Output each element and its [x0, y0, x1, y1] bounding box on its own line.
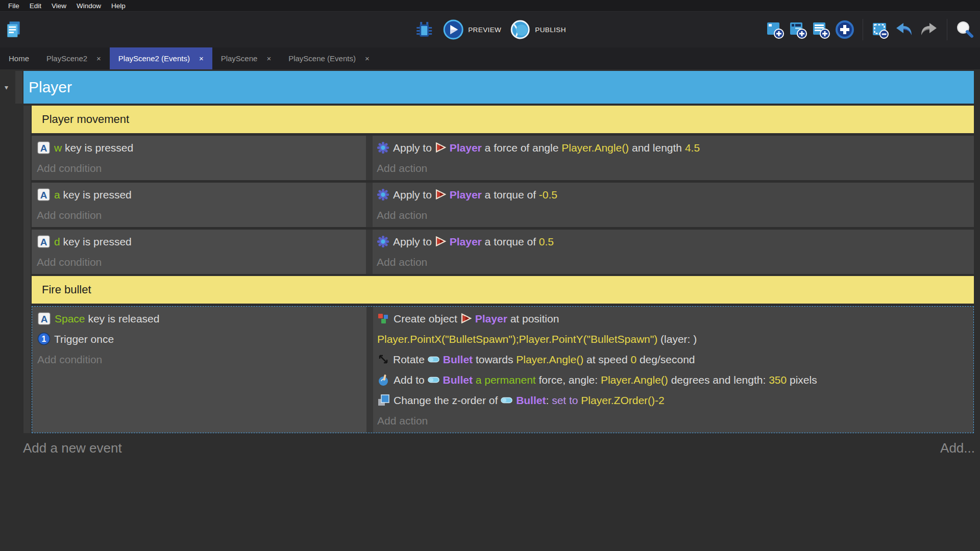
add-new-event-button[interactable]: Add a new event: [23, 440, 122, 456]
select-events-button[interactable]: [870, 20, 890, 39]
condition-line[interactable]: Ad key is pressed: [37, 232, 366, 252]
condition-line[interactable]: Aa key is pressed: [37, 185, 366, 205]
menu-window[interactable]: Window: [71, 1, 106, 11]
tab-close-icon[interactable]: ×: [96, 54, 101, 63]
add-condition-link[interactable]: Add condition: [37, 349, 366, 370]
toolbar: PREVIEWPUBLISH: [0, 11, 980, 47]
tab-close-icon[interactable]: ×: [365, 54, 370, 63]
add-condition-link[interactable]: Add condition: [37, 205, 366, 226]
text-segment: key is pressed: [60, 236, 132, 247]
text-segment: Add to: [394, 374, 428, 386]
tab-playscene-events[interactable]: PlayScene (Events)×: [280, 47, 378, 69]
physics-icon: [377, 141, 389, 154]
condition-line[interactable]: Aw key is pressed: [37, 138, 366, 158]
comment-event[interactable]: Player movement: [32, 106, 974, 133]
text-segment: key is released: [85, 313, 160, 324]
search-button[interactable]: [954, 19, 975, 40]
actions-column: Apply to Player a torque of 0.5Add actio…: [373, 230, 974, 274]
add-circle-button[interactable]: [834, 19, 855, 40]
text-segment: a permanent: [473, 374, 536, 386]
text-segment: Apply to: [393, 189, 435, 201]
action-line[interactable]: Apply to Player a force of angle Player.…: [377, 138, 969, 158]
text-segment: -0.5: [539, 189, 557, 201]
menu-edit[interactable]: Edit: [24, 1, 46, 11]
tab-playscene2-events[interactable]: PlayScene2 (Events)×: [110, 47, 212, 69]
text-segment: Player.Angle(): [516, 354, 583, 365]
text-segment: Bullet: [443, 374, 473, 386]
collapse-arrow-icon[interactable]: ▾: [5, 83, 8, 91]
text-segment: Player.ZOrder()-2: [581, 394, 664, 406]
select-events-icon: [870, 20, 890, 39]
text-segment: Player: [450, 189, 482, 201]
add-condition-link[interactable]: Add condition: [37, 158, 366, 179]
keyboard-icon: A: [37, 312, 51, 325]
add-event-button[interactable]: [765, 20, 785, 39]
add-action-link[interactable]: Add action: [377, 158, 969, 179]
comment-event[interactable]: Fire bullet: [32, 276, 974, 304]
add-subevent-button[interactable]: [788, 20, 807, 39]
group-indent-rail: Player: [15, 71, 974, 104]
text-segment: a torque of: [482, 236, 539, 247]
add-comment-button[interactable]: [811, 20, 830, 39]
text-segment: a torque of: [482, 189, 539, 201]
text-segment: Player.Angle(): [561, 142, 629, 154]
events-list: Player movementAw key is pressedAdd cond…: [23, 106, 974, 433]
redo-button[interactable]: [918, 19, 940, 40]
action-line[interactable]: Apply to Player a torque of 0.5: [377, 232, 969, 252]
action-line[interactable]: Rotate Bullet towards Player.Angle() at …: [377, 349, 968, 370]
svg-text:A: A: [41, 313, 48, 324]
keyboard-icon: A: [37, 235, 51, 248]
action-line[interactable]: Add to Bullet a permanent force, angle: …: [377, 370, 968, 390]
condition-line[interactable]: ASpace key is released: [37, 309, 366, 329]
conditions-column: Ad key is pressedAdd condition: [32, 230, 366, 274]
column-divider: [366, 136, 373, 180]
preview-button[interactable]: PREVIEW: [443, 19, 501, 40]
event-group-header[interactable]: Player: [23, 71, 974, 104]
tab-playscene2[interactable]: PlayScene2×: [38, 47, 110, 69]
add-condition-link[interactable]: Add condition: [37, 252, 366, 272]
events-sheet: ▾ Player Player movementAw key is presse…: [0, 69, 980, 456]
add-more-button[interactable]: Add...: [940, 440, 975, 456]
add-action-link[interactable]: Add action: [377, 205, 969, 226]
add-subevent-icon: [788, 20, 807, 39]
tab-close-icon[interactable]: ×: [266, 54, 271, 63]
add-action-link[interactable]: Add action: [377, 252, 969, 272]
toolbar-right: [765, 19, 975, 40]
add-action-link[interactable]: Add action: [377, 411, 968, 431]
debug-button[interactable]: [414, 19, 434, 40]
menu-help[interactable]: Help: [106, 1, 131, 11]
text-segment: and length: [629, 142, 685, 154]
tab-close-icon[interactable]: ×: [199, 54, 204, 63]
undo-button[interactable]: [893, 19, 915, 40]
action-line[interactable]: Create object Player at position Player.…: [377, 309, 968, 349]
text-segment: key is pressed: [60, 189, 132, 201]
menu-file[interactable]: File: [3, 1, 24, 11]
text-segment: Apply to: [393, 236, 435, 247]
add-event-icon: [765, 20, 785, 39]
force-icon: [377, 373, 390, 386]
keyboard-icon: A: [37, 141, 51, 155]
bullet-object-icon: [428, 356, 439, 363]
svg-text:A: A: [40, 189, 47, 200]
tab-home[interactable]: Home: [0, 47, 38, 69]
standard-event: Aa key is pressedAdd conditionApply to P…: [32, 183, 974, 227]
debug-icon: [414, 19, 434, 40]
text-segment: force, angle:: [536, 374, 601, 386]
tab-playscene[interactable]: PlayScene×: [212, 47, 280, 69]
project-manager-button[interactable]: [4, 20, 23, 39]
tab-label: Home: [9, 54, 29, 63]
rotate-icon: [377, 353, 389, 365]
column-divider: [366, 230, 373, 274]
undo-icon: [893, 19, 915, 40]
search-icon: [954, 19, 975, 40]
action-line[interactable]: Apply to Player a torque of -0.5: [377, 185, 969, 205]
player-object-icon: [435, 142, 446, 153]
action-line[interactable]: Change the z-order of Bullet: set to Pla…: [377, 390, 968, 411]
text-segment: w: [54, 142, 62, 154]
redo-icon: [918, 19, 940, 40]
menu-view[interactable]: View: [46, 1, 71, 11]
actions-column: Apply to Player a force of angle Player.…: [373, 136, 974, 180]
publish-button[interactable]: PUBLISH: [509, 19, 566, 40]
condition-line[interactable]: 1Trigger once: [37, 329, 366, 349]
text-segment: 0.5: [539, 236, 554, 247]
